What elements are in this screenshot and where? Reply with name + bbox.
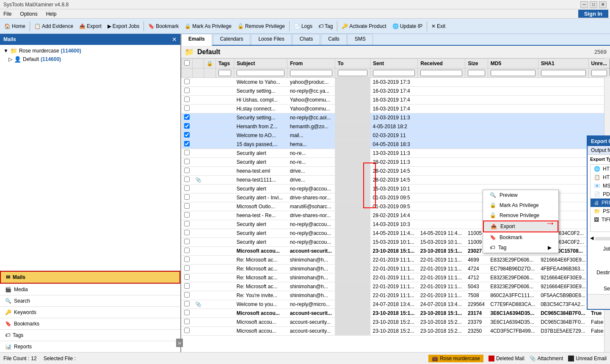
row-check[interactable]	[182, 300, 193, 309]
row-check[interactable]	[182, 238, 193, 247]
export-type-print[interactable]: 🖨 PRINT	[591, 199, 610, 207]
row-checkbox[interactable]	[184, 319, 190, 324]
table-row[interactable]: Security alert no-re... 13-03-2019 11:3	[182, 149, 610, 158]
row-checkbox[interactable]	[184, 230, 190, 235]
sidebar-item-media[interactable]: 🎬 Media	[0, 284, 180, 295]
row-checkbox[interactable]	[184, 150, 190, 155]
context-mark-privilege[interactable]: 🔒 Mark As Privilege	[483, 200, 558, 210]
select-all-checkbox[interactable]	[184, 60, 190, 66]
row-checkbox[interactable]	[184, 123, 190, 129]
tab-sms[interactable]: SMS	[348, 34, 373, 45]
export-type-pdf[interactable]: 📄 PDF	[591, 190, 610, 199]
table-row[interactable]: Re: You're invite... shinimohan@h... 22-…	[182, 291, 610, 300]
row-check[interactable]	[182, 202, 193, 211]
row-checkbox[interactable]	[184, 212, 190, 218]
header-from[interactable]: From	[287, 59, 335, 69]
maximize-button[interactable]: □	[590, 1, 597, 8]
filter-from[interactable]	[290, 70, 332, 76]
row-check[interactable]	[182, 309, 193, 318]
toolbar-logs[interactable]: 📄Logs	[291, 22, 315, 30]
row-check[interactable]	[182, 131, 193, 140]
context-export[interactable]: 📤 Export	[483, 221, 558, 232]
row-check[interactable]	[182, 96, 193, 105]
toolbar-bookmark[interactable]: 🔖Bookmark	[146, 22, 181, 30]
tab-loose-files[interactable]: Loose Files	[251, 34, 291, 45]
row-checkbox[interactable]	[184, 159, 190, 164]
sidebar-item-search[interactable]: 🔍 Search	[0, 295, 180, 306]
filter-size[interactable]	[468, 70, 485, 76]
toolbar-remove-privilege[interactable]: 🔓Remove Privilege	[235, 22, 287, 30]
row-checkbox[interactable]	[184, 310, 190, 315]
row-checkbox[interactable]	[184, 248, 190, 253]
export-type-html[interactable]: 🌐 HTML	[591, 165, 610, 173]
tree-item-default[interactable]: ▷ 👤 Default (114600)	[0, 55, 180, 63]
export-types-list[interactable]: 🌐 HTML 📋 HTML Reporter 📧 MSG 📄 PDF	[590, 164, 610, 232]
table-row[interactable]: Hi,stay connect... Yahoo@commu... 16-03-…	[182, 105, 610, 113]
row-checkbox[interactable]	[184, 185, 190, 191]
row-check[interactable]	[182, 140, 193, 149]
row-check[interactable]	[182, 193, 193, 202]
menu-help[interactable]: Help	[44, 10, 58, 18]
filter-sent[interactable]	[373, 70, 415, 76]
row-check[interactable]	[182, 318, 193, 327]
table-row[interactable]: Re: Microsoft ac... shinimohan@h... 22-0…	[182, 256, 610, 265]
sidebar-item-tags[interactable]: 🏷 Tags	[0, 329, 180, 341]
tab-emails[interactable]: Emails	[181, 34, 212, 46]
row-checkbox[interactable]	[184, 203, 190, 209]
row-checkbox[interactable]	[184, 194, 190, 200]
table-row[interactable]: 📎 heena-test1111... drive... 28-02-2019 …	[182, 176, 610, 185]
header-unread[interactable]: Unre...	[588, 59, 610, 69]
header-received[interactable]: Received	[418, 59, 465, 69]
row-check[interactable]	[182, 149, 193, 158]
row-check[interactable]	[182, 256, 193, 265]
toolbar-export[interactable]: 📤Export	[77, 22, 104, 30]
row-checkbox[interactable]	[184, 328, 190, 333]
filter-received[interactable]	[420, 70, 462, 76]
row-check[interactable]	[182, 105, 193, 113]
sidebar-close-button[interactable]: ✕	[172, 36, 177, 43]
table-row[interactable]: Re: Microsoft ac... shinimohan@h... 22-0…	[182, 265, 610, 273]
filter-sha1[interactable]	[541, 70, 586, 76]
row-check[interactable]	[182, 273, 193, 282]
row-checkbox[interactable]	[184, 274, 190, 280]
toolbar-update-ip[interactable]: 🌐Update IP	[390, 22, 425, 30]
table-row[interactable]: Welcome to AO... mail... 02-03-2019 11	[182, 131, 610, 140]
sidebar-item-mails[interactable]: ✉ Mails	[0, 271, 180, 284]
row-check[interactable]	[182, 265, 193, 273]
row-checkbox[interactable]	[184, 132, 190, 138]
context-tag[interactable]: 🏷 Tag ▶	[483, 243, 558, 253]
table-row[interactable]: Security setting... no-reply@cc.aol... 1…	[182, 113, 610, 122]
row-check[interactable]	[182, 229, 193, 238]
close-button[interactable]: ✕	[599, 1, 607, 8]
filter-unread[interactable]	[591, 70, 607, 76]
row-checkbox[interactable]	[184, 141, 190, 146]
row-checkbox[interactable]	[184, 301, 190, 306]
tab-calls[interactable]: Calls	[321, 34, 347, 45]
context-remove-privilege[interactable]: 🔓 Remove Privilege	[483, 210, 558, 221]
table-row[interactable]: 📎 Welcome to you... no-reply@micro... 24…	[182, 300, 610, 309]
row-check[interactable]	[182, 113, 193, 122]
row-checkbox[interactable]	[184, 114, 190, 120]
sidebar-item-keywords[interactable]: 🔑 Keywords	[0, 306, 180, 318]
tab-calendars[interactable]: Calendars	[213, 34, 251, 45]
export-type-pst[interactable]: 📁 PST	[591, 207, 610, 215]
header-tags[interactable]: Tags	[216, 59, 234, 69]
toolbar-tag[interactable]: 🏷Tag	[316, 22, 335, 30]
row-check[interactable]	[182, 282, 193, 291]
sidebar-expand-btn[interactable]: »	[176, 339, 183, 347]
filter-to[interactable]	[338, 70, 367, 76]
row-check[interactable]	[182, 158, 193, 167]
tab-chats[interactable]: Chats	[293, 34, 320, 45]
panel-scroll-left[interactable]: ◀	[590, 235, 593, 241]
row-check[interactable]	[182, 220, 193, 229]
table-row[interactable]: heena-test.eml drive... 28-02-2019 14:5	[182, 167, 610, 176]
row-checkbox[interactable]	[184, 79, 190, 84]
row-check[interactable]	[182, 211, 193, 220]
row-check[interactable]	[182, 291, 193, 300]
minimize-button[interactable]: ─	[580, 1, 588, 8]
table-row[interactable]: Microsoft accou... account-security... 2…	[182, 318, 610, 327]
email-table-container[interactable]: 🔒 Tags Subject From To Sent Received Siz…	[181, 58, 610, 352]
filter-md5[interactable]	[491, 70, 535, 76]
menu-file[interactable]: File	[2, 10, 13, 18]
row-check[interactable]	[182, 167, 193, 176]
